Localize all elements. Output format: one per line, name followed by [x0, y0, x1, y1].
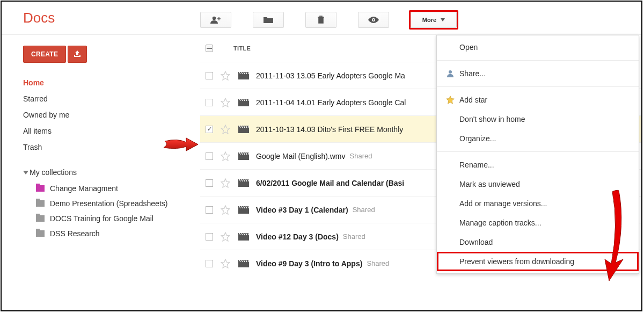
person-plus-icon — [210, 16, 222, 24]
menu-item-download[interactable]: Download — [437, 232, 639, 252]
upload-icon — [73, 49, 82, 60]
menu-item-share[interactable]: Share... — [437, 64, 639, 83]
eye-icon — [367, 16, 380, 24]
row-checkbox[interactable]: ✓ — [206, 126, 213, 133]
svg-rect-14 — [238, 208, 249, 214]
star-icon[interactable] — [221, 71, 230, 81]
menu-item-prevent-viewers-from-downloading[interactable]: Prevent viewers from downloading — [437, 252, 639, 271]
menu-item-organize[interactable]: Organize... — [437, 129, 639, 148]
video-file-icon — [238, 152, 250, 161]
folder-icon — [36, 215, 45, 222]
svg-point-2 — [373, 19, 375, 20]
collection-item[interactable]: Change Managment — [23, 181, 200, 196]
trash-icon — [316, 15, 326, 25]
collection-item[interactable]: Demo Presentation (Spreadsheets) — [23, 196, 200, 211]
menu-item-label: Don't show in home — [459, 115, 525, 123]
collection-item[interactable]: DSS Research — [23, 226, 200, 241]
menu-item-don-t-show-in-home[interactable]: Don't show in home — [437, 110, 639, 129]
preview-button[interactable] — [358, 12, 389, 28]
folder-icon — [36, 200, 45, 207]
app-frame: Docs — [1, 1, 642, 311]
video-file-icon — [238, 125, 250, 134]
svg-rect-18 — [238, 262, 249, 267]
sidebar: CREATE HomeStarredOwned by meAll itemsTr… — [2, 35, 200, 310]
toolbar: More — [200, 9, 457, 28]
svg-rect-4 — [238, 74, 249, 79]
star-icon[interactable] — [221, 205, 230, 215]
star-icon — [444, 96, 456, 104]
svg-point-20 — [449, 70, 452, 74]
collection-label: Demo Presentation (Spreadsheets) — [50, 199, 167, 208]
svg-rect-10 — [238, 155, 249, 160]
video-file-icon — [238, 98, 250, 107]
menu-item-label: Share... — [459, 69, 486, 78]
row-title: Video #3 Day 1 (Calendar) — [256, 206, 348, 214]
move-to-folder-button[interactable] — [253, 12, 284, 28]
column-title: TITLE — [233, 45, 251, 52]
row-title: Video #9 Day 3 (Intro to Apps) — [256, 259, 362, 268]
row-checkbox[interactable] — [206, 233, 213, 241]
star-icon[interactable] — [221, 232, 230, 242]
row-checkbox[interactable] — [206, 99, 213, 106]
folder-icon — [262, 16, 274, 24]
video-file-icon — [238, 179, 250, 187]
collections-header[interactable]: My collections — [23, 168, 200, 177]
menu-item-label: Add or manage versions... — [459, 199, 547, 208]
collections-list: Change ManagmentDemo Presentation (Sprea… — [23, 181, 200, 241]
menu-item-mark-as-unviewed[interactable]: Mark as unviewed — [437, 174, 639, 194]
menu-item-add-or-manage-versions[interactable]: Add or manage versions... — [437, 194, 639, 213]
select-toggle[interactable] — [206, 45, 213, 52]
menu-item-label: Manage caption tracks... — [459, 219, 541, 227]
menu-item-rename[interactable]: Rename... — [437, 155, 639, 174]
chevron-down-icon — [441, 18, 445, 21]
svg-rect-12 — [238, 181, 249, 187]
header: Docs — [2, 2, 641, 35]
more-button[interactable]: More — [411, 12, 457, 28]
star-icon[interactable] — [221, 125, 230, 134]
row-title: 6/02/2011 Google Mail and Calendar (Basi — [256, 179, 404, 187]
shared-label: Shared — [343, 232, 365, 241]
sidebar-item-starred[interactable]: Starred — [23, 91, 200, 107]
row-checkbox[interactable] — [206, 260, 213, 267]
menu-item-label: Open — [459, 43, 478, 52]
app-logo: Docs — [23, 10, 200, 26]
sidebar-item-home[interactable]: Home — [23, 75, 200, 91]
sidebar-item-all-items[interactable]: All items — [23, 123, 200, 139]
row-title: 2011-10-13 14.03 Dito's First FREE Month… — [256, 125, 403, 134]
star-icon[interactable] — [221, 259, 230, 268]
row-title: Video #12 Day 3 (Docs) — [256, 232, 339, 241]
sidebar-item-trash[interactable]: Trash — [23, 139, 200, 155]
collection-label: Change Managment — [50, 184, 118, 193]
menu-item-add-star[interactable]: Add star — [437, 90, 639, 110]
row-checkbox[interactable] — [206, 179, 213, 187]
menu-item-label: Mark as unviewed — [459, 180, 520, 188]
menu-item-manage-caption-tracks[interactable]: Manage caption tracks... — [437, 213, 639, 232]
delete-button[interactable] — [305, 12, 336, 28]
create-button[interactable]: CREATE — [23, 46, 66, 63]
row-checkbox[interactable] — [206, 206, 213, 214]
svg-rect-8 — [238, 128, 249, 133]
star-icon[interactable] — [221, 178, 230, 188]
more-button-label: More — [422, 17, 436, 23]
folder-icon — [36, 230, 45, 237]
menu-item-open[interactable]: Open — [437, 38, 639, 57]
menu-separator — [437, 60, 639, 61]
menu-separator — [437, 151, 639, 152]
star-icon[interactable] — [221, 151, 230, 161]
collection-item[interactable]: DOCS Training for Google Mail — [23, 211, 200, 226]
sidebar-item-owned-by-me[interactable]: Owned by me — [23, 107, 200, 123]
row-checkbox[interactable] — [206, 72, 213, 79]
shared-label: Shared — [350, 152, 372, 160]
video-file-icon — [238, 259, 250, 268]
collection-label: DSS Research — [50, 229, 100, 238]
row-checkbox[interactable] — [206, 152, 213, 160]
row-title: Google Mail (English).wmv — [256, 152, 346, 161]
more-menu: OpenShare...Add starDon't show in homeOr… — [436, 35, 639, 274]
video-file-icon — [238, 206, 250, 214]
star-icon[interactable] — [221, 98, 230, 107]
share-button[interactable] — [200, 12, 231, 28]
upload-button[interactable] — [68, 46, 87, 63]
menu-item-label: Rename... — [459, 161, 494, 169]
collection-label: DOCS Training for Google Mail — [50, 214, 153, 223]
menu-item-label: Organize... — [459, 134, 496, 143]
